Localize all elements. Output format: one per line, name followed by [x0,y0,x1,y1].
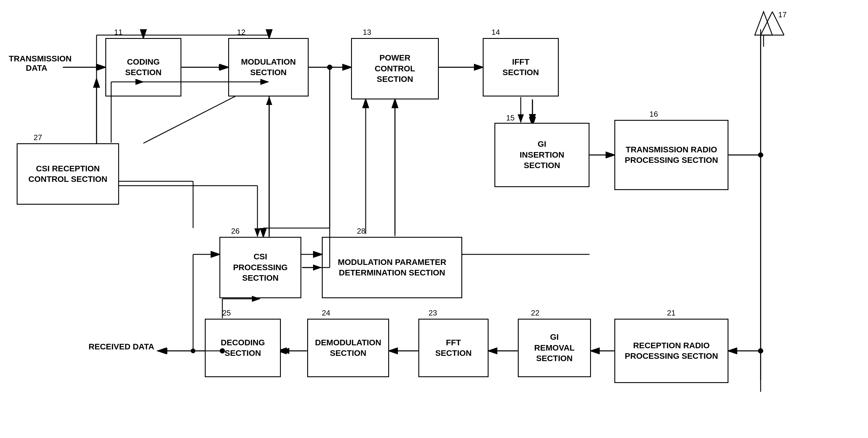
svg-point-58 [758,348,763,353]
ref-24: 24 [322,308,330,317]
svg-marker-44 [755,12,772,35]
demodulation-block: DEMODULATIONSECTION [307,319,389,377]
ref-13: 13 [363,28,371,37]
diagram-container: { "title": "Block Diagram", "blocks": { … [0,0,868,438]
tx-radio-block: TRANSMISSION RADIOPROCESSING SECTION [614,120,728,190]
mod-param-block: MODULATION PARAMETERDETERMINATION SECTIO… [322,237,462,298]
coding-section-block: CODINGSECTION [105,38,181,97]
svg-point-23 [328,65,332,70]
ref-12: 12 [237,28,245,37]
ref-17: 17 [778,10,787,19]
ref-22: 22 [531,308,539,317]
ref-21: 21 [667,308,676,317]
received-data-label: RECEIVED DATA [82,342,161,351]
ref-28: 28 [357,227,365,236]
ref-14: 14 [492,28,500,37]
antenna-symbol [749,9,778,48]
decoding-block: DECODINGSECTION [205,319,281,377]
ref-27: 27 [34,133,42,142]
svg-point-19 [191,348,195,353]
svg-point-38 [758,348,763,353]
ifft-section-block: IFFTSECTION [483,38,559,97]
csi-processing-block: CSIPROCESSINGSECTION [219,237,301,298]
gi-removal-block: GIREMOVALSECTION [518,319,591,377]
ref-23: 23 [429,308,437,317]
csi-reception-block: CSI RECEPTIONCONTROL SECTION [17,143,119,205]
ref-26: 26 [231,227,240,236]
ref-15: 15 [506,113,515,123]
gi-insertion-block: GIINSERTIONSECTION [494,123,589,187]
power-control-block: POWERCONTROLSECTION [351,38,439,99]
transmission-data-label: TRANSMISSIONDATA [9,54,64,73]
svg-point-50 [327,65,332,70]
svg-point-37 [758,153,763,157]
ref-16: 16 [649,110,658,119]
fft-block: FFTSECTION [418,319,489,377]
modulation-section-block: MODULATIONSECTION [228,38,309,97]
ref-11: 11 [114,28,123,37]
antenna-icon [749,9,778,47]
svg-point-57 [758,152,763,158]
rx-radio-block: RECEPTION RADIOPROCESSING SECTION [614,319,728,383]
ref-25: 25 [222,308,231,317]
